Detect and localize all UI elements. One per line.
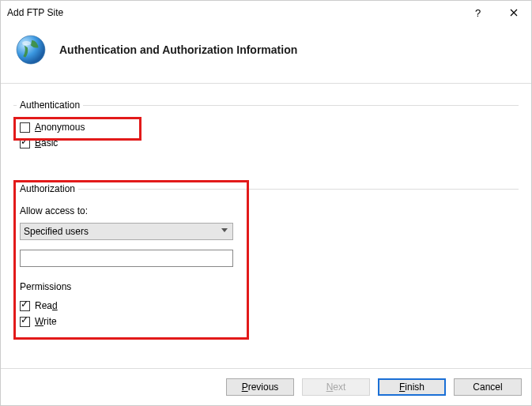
next-button: Next	[302, 378, 370, 396]
previous-button[interactable]: Previous	[226, 378, 294, 396]
finish-button[interactable]: Finish	[378, 378, 446, 396]
authorization-group: Authorization Allow access to: Specified…	[13, 183, 519, 343]
svg-point-1	[22, 41, 31, 46]
allow-access-value: Specified users	[24, 226, 89, 237]
content-area: Authentication Anonymous Basic Authoriza…	[1, 84, 531, 368]
read-label: Read	[35, 300, 58, 311]
basic-label: Basic	[35, 137, 58, 148]
page-heading: Authentication and Authorization Informa…	[59, 43, 297, 56]
svg-point-0	[17, 36, 45, 64]
dialog-add-ftp-site: Add FTP Site ? Authentication and Author…	[0, 0, 532, 406]
footer: Previous Next Finish Cancel	[1, 368, 531, 405]
read-checkbox[interactable]	[20, 301, 30, 311]
authorization-legend: Authorization	[17, 183, 78, 194]
authentication-group: Authentication Anonymous Basic	[13, 100, 519, 164]
help-button[interactable]: ?	[460, 1, 496, 24]
titlebar: Add FTP Site ?	[1, 1, 531, 24]
basic-row[interactable]: Basic	[20, 137, 512, 148]
read-row[interactable]: Read	[20, 300, 512, 311]
allow-access-select[interactable]: Specified users	[20, 223, 233, 240]
basic-checkbox[interactable]	[20, 138, 30, 148]
globe-icon	[13, 32, 48, 67]
authentication-legend: Authentication	[17, 100, 83, 111]
window-title: Add FTP Site	[7, 7, 460, 18]
close-icon	[510, 9, 518, 17]
anonymous-label: Anonymous	[35, 122, 85, 133]
close-button[interactable]	[496, 1, 531, 24]
header: Authentication and Authorization Informa…	[1, 24, 531, 83]
chevron-down-icon	[221, 228, 228, 232]
write-checkbox[interactable]	[20, 317, 30, 327]
permissions-label: Permissions	[20, 281, 512, 292]
write-label: Write	[35, 316, 57, 327]
anonymous-checkbox[interactable]	[20, 122, 30, 133]
users-input[interactable]	[20, 250, 233, 267]
anonymous-row[interactable]: Anonymous	[20, 122, 512, 133]
write-row[interactable]: Write	[20, 316, 512, 327]
cancel-button[interactable]: Cancel	[454, 378, 522, 396]
allow-access-label: Allow access to:	[20, 205, 512, 216]
